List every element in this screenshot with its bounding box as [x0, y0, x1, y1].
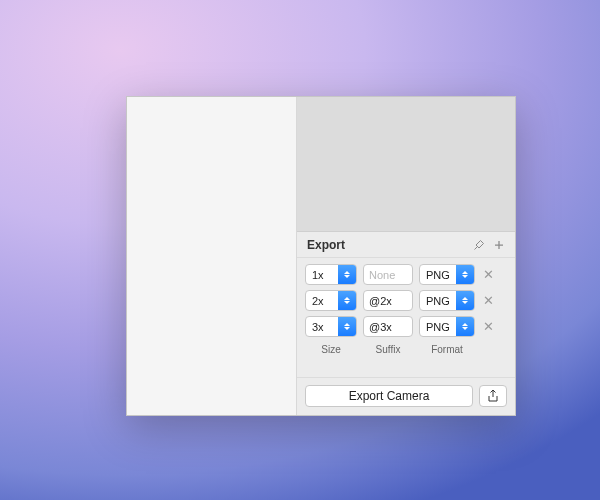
export-footer: Export Camera — [297, 377, 515, 415]
export-row: 1x None PNG ✕ — [305, 264, 507, 285]
knife-icon[interactable] — [471, 237, 487, 253]
export-rows: 1x None PNG ✕ 2x @2x PNG — [297, 258, 515, 344]
stepper-icon — [456, 317, 474, 336]
inspector-panel: Export 1x None PNG ✕ — [126, 96, 516, 416]
export-pane: Export 1x None PNG ✕ — [297, 97, 515, 415]
export-button[interactable]: Export Camera — [305, 385, 473, 407]
export-row: 3x @3x PNG ✕ — [305, 316, 507, 337]
stepper-icon — [338, 265, 356, 284]
format-select[interactable]: PNG — [419, 290, 475, 311]
remove-row-icon[interactable]: ✕ — [481, 268, 495, 282]
format-column-label: Format — [419, 344, 475, 355]
remove-row-icon[interactable]: ✕ — [481, 294, 495, 308]
suffix-input[interactable]: None — [363, 264, 413, 285]
export-section-title: Export — [307, 238, 467, 252]
format-select[interactable]: PNG — [419, 264, 475, 285]
stepper-icon — [338, 317, 356, 336]
share-button[interactable] — [479, 385, 507, 407]
export-preview — [297, 97, 515, 232]
export-section-header: Export — [297, 232, 515, 258]
format-select[interactable]: PNG — [419, 316, 475, 337]
share-icon — [487, 389, 499, 403]
export-column-labels: Size Suffix Format — [297, 344, 515, 361]
suffix-column-label: Suffix — [363, 344, 413, 355]
export-row: 2x @2x PNG ✕ — [305, 290, 507, 311]
suffix-input[interactable]: @2x — [363, 290, 413, 311]
stepper-icon — [456, 265, 474, 284]
layer-list-pane — [127, 97, 297, 415]
size-select[interactable]: 3x — [305, 316, 357, 337]
size-column-label: Size — [305, 344, 357, 355]
remove-row-icon[interactable]: ✕ — [481, 320, 495, 334]
add-export-icon[interactable] — [491, 237, 507, 253]
stepper-icon — [338, 291, 356, 310]
stepper-icon — [456, 291, 474, 310]
size-select[interactable]: 2x — [305, 290, 357, 311]
size-select[interactable]: 1x — [305, 264, 357, 285]
suffix-input[interactable]: @3x — [363, 316, 413, 337]
